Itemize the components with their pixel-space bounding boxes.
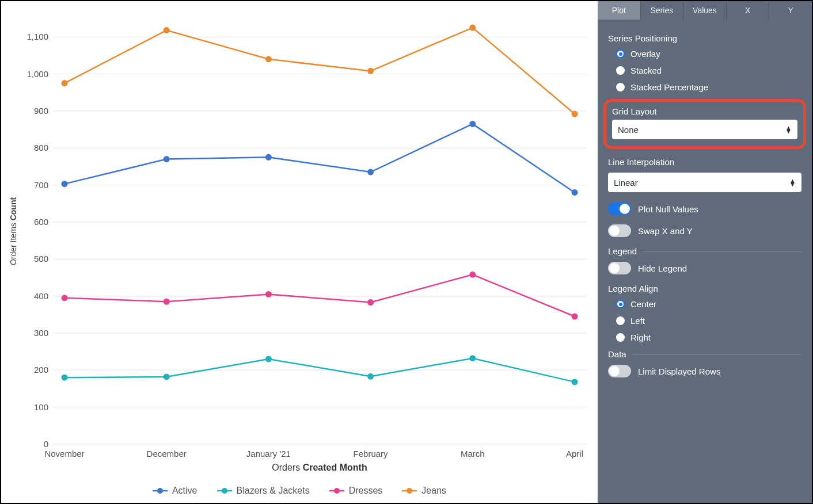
radio-label: Left	[630, 316, 645, 326]
grid-layout-value: None	[618, 125, 639, 135]
toggle-plot-null-values[interactable]: Plot Null Values	[608, 203, 801, 215]
radio-label: Right	[630, 333, 651, 342]
svg-point-31	[164, 156, 170, 162]
line-interpolation-select[interactable]: Linear ▲▼	[608, 173, 801, 192]
svg-point-36	[62, 375, 68, 381]
svg-point-50	[265, 56, 272, 62]
chart-svg: 01002003004005006007008009001,0001,100No…	[1, 7, 598, 479]
svg-point-47	[572, 314, 578, 320]
legend-item[interactable]: Jeans	[402, 486, 446, 496]
svg-point-43	[164, 299, 170, 305]
section-title: Data	[608, 349, 626, 359]
svg-point-63	[406, 488, 412, 494]
svg-point-30	[62, 181, 68, 187]
select-arrows-icon: ▲▼	[785, 126, 792, 133]
radio-label: Stacked Percentage	[630, 82, 708, 92]
toggle-switch	[608, 203, 631, 215]
panel-body: Series Positioning Overlay Stacked Stack…	[598, 20, 812, 387]
toggle-label: Hide Legend	[638, 264, 687, 273]
svg-point-61	[334, 488, 340, 494]
svg-text:600: 600	[34, 217, 48, 227]
svg-text:100: 100	[34, 402, 48, 412]
radio-stacked-percentage[interactable]: Stacked Percentage	[616, 82, 801, 92]
toggle-label: Plot Null Values	[638, 204, 698, 214]
tab-series[interactable]: Series	[641, 1, 684, 20]
svg-text:900: 900	[34, 106, 48, 116]
svg-point-53	[572, 111, 578, 117]
svg-text:800: 800	[34, 143, 48, 152]
svg-text:Order Items Count: Order Items Count	[9, 197, 18, 266]
svg-point-41	[572, 379, 578, 385]
svg-point-48	[62, 80, 68, 86]
toggle-label: Limit Displayed Rows	[638, 366, 720, 376]
radio-stacked[interactable]: Stacked	[616, 66, 801, 75]
svg-text:400: 400	[34, 291, 48, 301]
section-title: Legend	[608, 246, 637, 256]
svg-point-57	[157, 488, 163, 494]
legend-swatch-icon	[217, 487, 232, 494]
radio-icon	[616, 83, 625, 91]
tab-plot[interactable]: Plot	[598, 1, 641, 20]
svg-point-45	[367, 299, 374, 306]
tab-y[interactable]: Y	[769, 1, 812, 20]
svg-point-33	[367, 169, 374, 175]
svg-point-34	[469, 121, 476, 127]
svg-point-37	[164, 373, 170, 380]
grid-layout-select[interactable]: None ▲▼	[612, 120, 797, 139]
grid-layout-label: Grid Layout	[612, 106, 797, 116]
svg-text:March: March	[461, 449, 485, 459]
legend-item[interactable]: Dresses	[329, 486, 383, 496]
svg-text:200: 200	[34, 365, 48, 375]
svg-text:700: 700	[34, 180, 48, 190]
svg-text:January '21: January '21	[246, 449, 291, 459]
line-interpolation-value: Linear	[614, 178, 638, 188]
tab-values[interactable]: Values	[683, 1, 727, 20]
grid-layout-highlight: Grid Layout None ▲▼	[603, 99, 806, 149]
radio-align-left[interactable]: Left	[616, 316, 801, 326]
svg-text:April: April	[566, 449, 583, 459]
data-section-header: Data	[608, 349, 801, 359]
toggle-hide-legend[interactable]: Hide Legend	[608, 262, 801, 274]
svg-text:1,100: 1,100	[26, 32, 48, 41]
svg-point-51	[367, 68, 374, 74]
radio-icon	[616, 333, 625, 342]
radio-align-center[interactable]: Center	[616, 299, 801, 309]
toggle-limit-rows[interactable]: Limit Displayed Rows	[608, 365, 801, 377]
svg-point-46	[469, 272, 476, 278]
legend-item[interactable]: Blazers & Jackets	[217, 486, 310, 496]
toggle-switch	[608, 224, 631, 237]
toggle-switch	[608, 262, 631, 274]
svg-point-40	[469, 355, 476, 361]
tab-x[interactable]: X	[727, 1, 770, 20]
legend-label: Dresses	[349, 486, 383, 496]
chart-panel: 01002003004005006007008009001,0001,100No…	[1, 1, 598, 503]
svg-text:Orders Created Month: Orders Created Month	[272, 463, 367, 472]
svg-point-52	[469, 25, 476, 31]
radio-icon	[616, 49, 625, 58]
svg-point-35	[572, 189, 578, 196]
svg-point-39	[367, 373, 374, 380]
svg-point-49	[164, 27, 170, 33]
svg-text:November: November	[44, 449, 84, 459]
svg-point-42	[62, 295, 68, 301]
legend-swatch-icon	[153, 487, 168, 494]
chart-legend: Active Blazers & Jackets Dresses Jeans	[1, 481, 598, 504]
legend-item[interactable]: Active	[153, 486, 197, 496]
line-interpolation-label: Line Interpolation	[608, 157, 801, 167]
chart-area: 01002003004005006007008009001,0001,100No…	[1, 7, 598, 481]
select-arrows-icon: ▲▼	[789, 179, 796, 186]
radio-label: Stacked	[630, 66, 662, 75]
toggle-switch	[608, 365, 631, 377]
legend-swatch-icon	[329, 487, 344, 494]
radio-align-right[interactable]: Right	[616, 333, 801, 342]
svg-point-59	[222, 488, 227, 494]
toggle-swap-xy[interactable]: Swap X and Y	[608, 224, 801, 237]
legend-label: Active	[172, 486, 197, 496]
radio-overlay[interactable]: Overlay	[616, 49, 801, 59]
divider-line	[632, 354, 801, 354]
legend-align-label: Legend Align	[608, 284, 801, 293]
tabbar: Plot Series Values X Y	[598, 1, 812, 20]
svg-point-32	[265, 154, 272, 161]
radio-label: Overlay	[630, 49, 660, 59]
svg-text:0: 0	[44, 439, 48, 449]
